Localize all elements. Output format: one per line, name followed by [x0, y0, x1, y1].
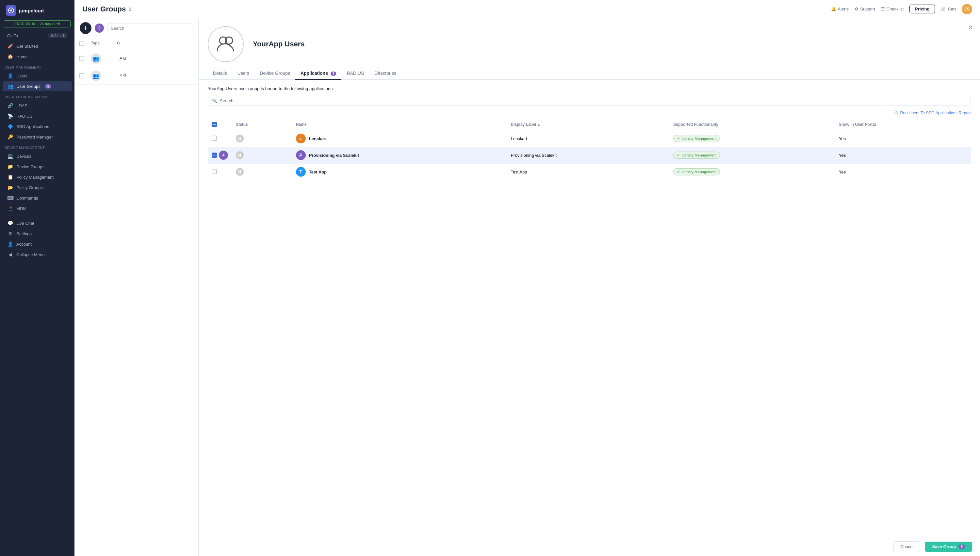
topbar-right: 🔔 Alerts ⚙ Support ☰ Checklist Pricing 🛒…: [831, 4, 972, 15]
checklist-button[interactable]: ☰ Checklist: [881, 6, 904, 11]
sidebar-item-user-groups[interactable]: 👥 User Groups 1: [3, 81, 72, 91]
radius-icon: 📡: [7, 113, 13, 119]
cart-icon: 🛒: [941, 6, 946, 11]
app-status-provisioning: [236, 151, 244, 159]
app-display-label-test-app: Test App: [507, 164, 669, 180]
group-avatar: [208, 26, 244, 62]
select-all-apps-checkbox[interactable]: —: [211, 122, 217, 127]
list-panel: + 2 Type G 👥 A G 👥: [74, 18, 199, 556]
checkbox-col-header: [79, 41, 91, 47]
close-button[interactable]: ✕: [967, 24, 974, 32]
list-item[interactable]: 👥 Y G: [74, 67, 198, 85]
alerts-button[interactable]: 🔔 Alerts: [831, 6, 849, 11]
svg-rect-7: [240, 154, 241, 157]
selected-count-badge: 4: [219, 150, 228, 160]
group-name-label: YourApp Users: [244, 40, 314, 48]
tab-details[interactable]: Details: [208, 67, 232, 80]
sidebar-item-policy-management[interactable]: 📋 Policy Management: [3, 172, 72, 182]
apps-description: YourApp Users user group is bound to the…: [208, 86, 971, 91]
list-search-input[interactable]: [107, 24, 193, 33]
tab-applications[interactable]: Applications 3: [295, 67, 341, 80]
svg-point-1: [10, 10, 12, 11]
tab-device-groups[interactable]: Device Groups: [255, 67, 295, 80]
mdm-icon: 📱: [7, 206, 13, 211]
app-checkbox-provisioning[interactable]: ✓: [211, 153, 217, 158]
sidebar-item-get-started[interactable]: 🚀 Get Started: [3, 41, 72, 51]
checkmark-icon: ✓: [677, 136, 680, 141]
sidebar-item-device-groups[interactable]: 📁 Device Groups: [3, 162, 72, 171]
app-row-test-app[interactable]: T Test App Test App ✓ Identity Managemen…: [208, 164, 971, 180]
app-name-lenskart: L Lenskart: [296, 134, 503, 144]
cart-button[interactable]: 🛒 Cart: [941, 6, 956, 11]
col-checkbox: —: [208, 119, 232, 130]
select-all-checkbox[interactable]: [79, 41, 84, 46]
app-row-lenskart[interactable]: L Lenskart Lenskart ✓ Identity Managemen…: [208, 130, 971, 147]
col-name: Name: [292, 119, 507, 130]
section-device-mgmt: DEVICE MANAGEMENT: [0, 142, 74, 151]
sidebar-item-account[interactable]: 👤 Account: [3, 239, 72, 249]
sidebar-item-radius[interactable]: 📡 RADIUS: [3, 111, 72, 121]
app-row-provisioning[interactable]: ✓ 4: [208, 147, 971, 164]
sidebar-item-live-chat[interactable]: 💬 Live Chat: [3, 218, 72, 228]
col-status: Status: [232, 119, 292, 130]
tab-users[interactable]: Users: [232, 67, 255, 80]
app-functionality-lenskart: ✓ Identity Management: [673, 135, 720, 142]
sidebar-item-collapse[interactable]: ◀ Collapse Menu: [3, 250, 72, 259]
cancel-button[interactable]: Cancel: [893, 541, 920, 552]
app-checkbox-test-app[interactable]: [211, 169, 217, 174]
tab-content-applications: YourApp Users user group is bound to the…: [199, 80, 980, 537]
svg-rect-4: [239, 137, 239, 140]
col-portal: Show in User Portal: [835, 119, 971, 130]
add-group-button[interactable]: +: [80, 22, 92, 34]
detail-footer: Cancel Save Group 5: [199, 537, 980, 556]
tab-directories[interactable]: Directories: [369, 67, 402, 80]
svg-rect-9: [240, 170, 241, 173]
row-icon-2: 👥: [91, 71, 101, 81]
user-avatar[interactable]: JS: [962, 4, 972, 15]
settings-icon: ⚙: [7, 231, 13, 236]
tab-radius[interactable]: RADIUS: [341, 67, 369, 80]
sidebar-item-password-manager[interactable]: 🔑 Password Manager: [3, 132, 72, 142]
live-chat-icon: 💬: [7, 220, 13, 226]
detail-panel: ✕ YourApp Users Details: [199, 18, 980, 556]
sidebar-item-devices[interactable]: 💻 Devices: [3, 151, 72, 161]
apps-search-input[interactable]: [220, 98, 967, 103]
policy-management-icon: 📋: [7, 175, 13, 180]
report-link-icon: 📄: [893, 110, 898, 115]
list-item[interactable]: 👥 A G: [74, 50, 198, 67]
goto-button[interactable]: Go To ⌘/Ctrl + K: [3, 31, 72, 40]
app-checkbox-lenskart[interactable]: [211, 136, 217, 141]
sidebar-item-mdm[interactable]: 📱 MDM: [3, 204, 72, 213]
sidebar-item-commands[interactable]: ⌨ Commands: [3, 193, 72, 203]
list-table-header: Type G: [74, 38, 198, 50]
sidebar-item-home[interactable]: 🏠 Home: [3, 52, 72, 61]
sidebar-item-policy-groups[interactable]: 📂 Policy Groups: [3, 183, 72, 192]
section-user-auth: USER AUTHENTICATION: [0, 92, 74, 100]
row-checkbox-1[interactable]: [79, 56, 84, 61]
applications-tab-badge: 3: [331, 71, 336, 76]
group-count-badge: 2: [95, 24, 104, 33]
detail-tabs: Details Users Device Groups Applications…: [199, 67, 980, 80]
support-button[interactable]: ⚙ Support: [854, 6, 875, 11]
free-trial-banner[interactable]: FREE TRIAL | 26 days left: [4, 20, 71, 27]
apps-table: — Status Name Display Label ▲ Supported …: [208, 119, 971, 180]
report-link[interactable]: 📄 Run Users To SSO Applications Report: [208, 110, 971, 115]
sidebar-item-settings[interactable]: ⚙ Settings: [3, 229, 72, 238]
logo-text: jumpcloud: [19, 8, 44, 13]
pricing-button[interactable]: Pricing: [909, 5, 935, 13]
save-group-button[interactable]: Save Group 5: [925, 541, 972, 552]
app-icon-provisioning: P: [296, 150, 306, 160]
users-icon: 👤: [7, 73, 13, 78]
sidebar-item-sso[interactable]: 🔷 SSO Applications: [3, 121, 72, 131]
group-col-header: G: [117, 41, 194, 47]
sidebar-item-ldap[interactable]: 🔗 LDAP: [3, 100, 72, 110]
app-name-test-app: T Test App: [296, 167, 503, 177]
save-badge: 5: [959, 545, 965, 549]
sidebar-logo[interactable]: jumpcloud: [0, 0, 74, 18]
info-icon[interactable]: ℹ: [129, 6, 131, 12]
row-checkbox-2[interactable]: [79, 73, 84, 78]
sidebar-item-users[interactable]: 👤 Users: [3, 71, 72, 81]
commands-icon: ⌨: [7, 196, 13, 200]
bell-icon: 🔔: [831, 6, 836, 11]
app-functionality-test-app: ✓ Identity Management: [673, 168, 720, 175]
